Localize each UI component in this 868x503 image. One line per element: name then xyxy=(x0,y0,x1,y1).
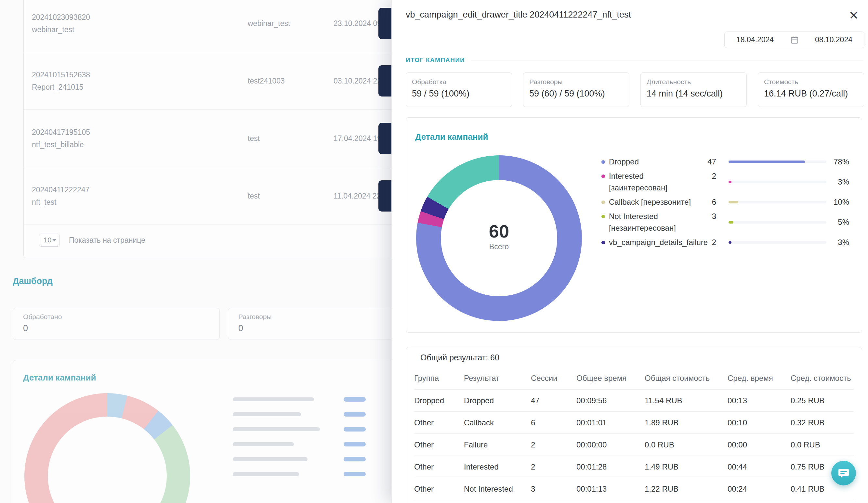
cell-avg-time: 00:00 xyxy=(727,440,790,449)
legend-label: Not Interested [незаинтересован] xyxy=(609,211,696,234)
cell-total-time: 00:09:56 xyxy=(576,396,645,405)
page-size-select[interactable]: 10 xyxy=(39,234,60,247)
summary-label: Длительность xyxy=(647,78,741,86)
legend-label: Interested [заинтересован] xyxy=(609,170,696,194)
cell-result: Failure xyxy=(464,440,531,449)
legend-color-dot xyxy=(601,215,605,218)
cell-avg-time: 00:44 xyxy=(727,462,790,471)
cell-group: Other xyxy=(414,440,464,449)
results-table-row: Other Callback 6 00:01:01 1.89 RUB 00:10… xyxy=(414,412,854,434)
cell-total-time: 00:01:13 xyxy=(576,484,645,494)
legend-bar-fill xyxy=(728,221,733,223)
cell-avg-cost: 0.32 RUB xyxy=(790,418,854,427)
cell-result: Dropped xyxy=(464,396,531,405)
date-from-value[interactable]: 18.04.2024 xyxy=(736,35,774,44)
date-range-picker[interactable]: 18.04.2024 08.10.2024 xyxy=(724,32,865,48)
legend-placeholder-row xyxy=(233,407,395,422)
campaign-details-card: Детали кампаний 60 Всего Dropped 47 78% … xyxy=(406,117,862,333)
legend-placeholder-row xyxy=(233,437,395,452)
donut-legend: Dropped 47 78% Interested [заинтересован… xyxy=(601,156,855,251)
campaign-id: 20241015152638 xyxy=(32,69,90,81)
column-header: Сред. время xyxy=(727,374,790,383)
summary-value: 14 min (14 sec/call) xyxy=(647,89,741,99)
legend-count: 2 xyxy=(696,237,716,248)
legend-bar-fill xyxy=(728,181,732,183)
legend-item: Dropped 47 78% xyxy=(601,156,855,168)
page-size-label: Показать на странице xyxy=(69,236,145,245)
placeholder-bar xyxy=(344,457,366,461)
stat-label: Обработано xyxy=(23,313,209,321)
placeholder-bar xyxy=(344,397,366,402)
legend-percent: 3% xyxy=(826,237,849,248)
legend-bar-track xyxy=(728,181,826,183)
legend-bar-track xyxy=(728,221,826,223)
campaign-id-cell: 20241015152638 Report_241015 xyxy=(32,69,90,93)
legend-placeholder xyxy=(233,392,395,482)
cell-sessions: 6 xyxy=(531,418,576,427)
cell-avg-cost: 0.25 RUB xyxy=(790,396,854,405)
chevron-down-icon xyxy=(52,239,56,241)
overall-results-card: Общий результат: 60 Группа Результат Сес… xyxy=(406,347,862,503)
summary-label: Разговоры xyxy=(529,78,623,86)
legend-count: 2 xyxy=(696,170,716,182)
cell-sessions: 2 xyxy=(531,462,576,471)
stat-value: 0 xyxy=(23,323,209,333)
cell-group: Dropped xyxy=(414,396,464,405)
legend-bar-track xyxy=(728,160,826,163)
cell-sessions: 3 xyxy=(531,484,576,494)
legend-bar-track xyxy=(728,241,826,244)
campaign-name: webinar_test xyxy=(32,23,90,36)
placeholder-bar xyxy=(344,412,366,417)
summary-card-conversations: Разговоры 59 (60) / 59 (100%) xyxy=(523,72,629,107)
legend-count: 47 xyxy=(696,156,716,168)
cell-avg-cost: 0.41 RUB xyxy=(790,484,854,494)
campaign-name: Report_241015 xyxy=(32,81,90,93)
cell-total-time: 00:01:28 xyxy=(576,462,645,471)
results-table-row: Other Not Interested 3 00:01:13 1.22 RUB… xyxy=(414,478,854,500)
legend-percent: 78% xyxy=(826,156,849,168)
support-chat-button[interactable] xyxy=(831,461,856,485)
column-header: Общее время xyxy=(576,374,645,383)
placeholder-text-bar xyxy=(233,427,320,431)
legend-bar-fill xyxy=(728,201,738,203)
campaign-details-donut-chart xyxy=(24,393,190,503)
legend-bar-fill xyxy=(728,160,805,163)
placeholder-text-bar xyxy=(233,397,314,401)
results-table-row: Other Failure 2 00:00:00 0.0 RUB 00:00 0… xyxy=(414,434,854,456)
donut-total-label: Всего xyxy=(489,242,509,251)
summary-value: 16.14 RUB (0.27/call) xyxy=(764,89,858,99)
legend-label: vb_campaign_details_failure xyxy=(609,237,696,248)
drawer-title: vb_campaign_edit_drawer_title 2024041122… xyxy=(406,10,631,20)
cell-total-cost: 11.54 RUB xyxy=(645,396,727,405)
legend-color-dot xyxy=(601,200,605,204)
stat-card-processed: Обработано 0 xyxy=(13,308,220,340)
campaign-cell: webinar_test xyxy=(248,19,290,28)
legend-item: Interested [заинтересован] 2 3% xyxy=(601,170,855,194)
results-table-row: Dropped Dropped 47 00:09:56 11.54 RUB 00… xyxy=(414,390,854,412)
summary-card-cost: Стоимость 16.14 RUB (0.27/call) xyxy=(758,72,864,107)
cell-result: Not Interested xyxy=(464,484,531,494)
legend-item: Not Interested [незаинтересован] 3 5% xyxy=(601,211,855,234)
cell-avg-time: 00:13 xyxy=(727,396,790,405)
campaign-id-cell: 20240417195105 ntf_test_billable xyxy=(32,126,90,151)
placeholder-bar xyxy=(344,442,366,447)
column-header: Сессии xyxy=(531,374,576,383)
close-icon[interactable]: ✕ xyxy=(845,7,862,24)
calendar-icon xyxy=(790,36,799,44)
section-divider xyxy=(471,60,864,61)
legend-placeholder-row xyxy=(233,392,395,407)
campaign-id: 20240411222247 xyxy=(32,184,90,196)
campaign-id-cell: 20241023093820 webinar_test xyxy=(32,11,90,36)
legend-placeholder-row xyxy=(233,422,395,437)
campaign-cell: test xyxy=(248,192,260,200)
cell-sessions: 47 xyxy=(531,396,576,405)
legend-bar-fill xyxy=(728,241,732,244)
cell-result: Callback xyxy=(464,418,531,427)
date-to-value[interactable]: 08.10.2024 xyxy=(815,35,852,44)
column-header: Сред. стоимость xyxy=(790,374,854,383)
campaign-cell: test xyxy=(248,134,260,143)
legend-color-dot xyxy=(601,175,605,178)
summary-label: Обработка xyxy=(412,78,506,86)
cell-result: Interested xyxy=(464,462,531,471)
cell-group: Other xyxy=(414,462,464,471)
